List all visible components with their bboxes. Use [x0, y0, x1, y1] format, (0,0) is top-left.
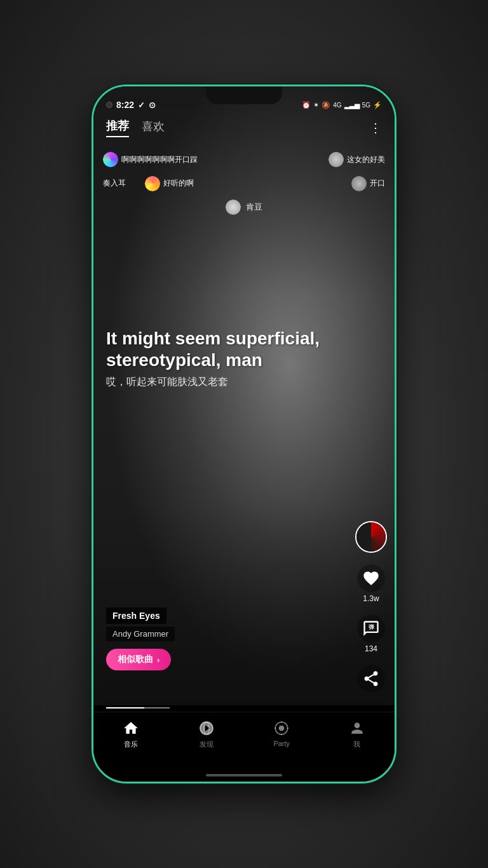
home-indicator — [206, 774, 282, 776]
song-item-2[interactable]: 这女的好美 — [329, 152, 385, 167]
svg-point-4 — [279, 726, 285, 731]
song-item-3[interactable]: 奏入耳 — [103, 178, 126, 189]
heart-icon — [357, 564, 385, 592]
action-comment[interactable]: 弹 134 — [357, 614, 385, 653]
planet-icon — [198, 720, 215, 736]
comment-icon: 弹 — [357, 614, 385, 642]
song-name-1: 啊啊啊啊啊啊啊开口踩 — [121, 154, 198, 165]
song-avatar-1 — [103, 152, 118, 167]
similar-songs-button[interactable]: 相似歌曲 › — [106, 649, 171, 670]
song-scroll-row2: 奏入耳 好听的啊 开口 — [93, 172, 395, 194]
svg-point-5 — [281, 721, 282, 722]
home-icon — [123, 720, 139, 736]
action-bar: 1.3w 弹 134 — [355, 521, 387, 693]
progress-fill — [106, 707, 144, 709]
comment-count: 134 — [365, 644, 377, 653]
chevron-right-icon: › — [157, 655, 159, 665]
like-count: 1.3w — [363, 594, 379, 603]
username: 肯豆 — [246, 201, 262, 213]
phone-frame: 8:22 ✓ ⊙ ⏰ ✶ 🔕 4G ▂▃▅ 5G ⚡ 推荐 喜欢 ⋮ — [92, 85, 396, 783]
bluetooth-icon: ✶ — [313, 101, 319, 109]
bottom-navigation: 音乐 发现 Party — [93, 712, 395, 782]
song-avatar-4 — [145, 176, 160, 191]
nav-party-label: Party — [273, 740, 290, 747]
nav-party[interactable]: Party — [273, 720, 290, 747]
share-icon — [357, 665, 385, 693]
alarm-icon: ⏰ — [302, 101, 311, 109]
svg-text:弹: 弹 — [369, 624, 375, 630]
similar-songs-label: 相似歌曲 — [118, 654, 153, 665]
signal-4g: 4G — [333, 102, 341, 109]
more-options-button[interactable]: ⋮ — [369, 120, 382, 135]
song-item-5[interactable]: 开口 — [351, 176, 385, 191]
power-button[interactable] — [395, 226, 396, 271]
artist-name: Andy Grammer — [106, 627, 175, 641]
song-name-4: 好听的啊 — [163, 178, 194, 189]
user-avatar — [226, 200, 241, 215]
song-item-1[interactable]: 啊啊啊啊啊啊啊开口踩 — [103, 152, 198, 167]
top-navigation: 推荐 喜欢 ⋮ — [93, 118, 395, 137]
nav-discover-label: 发现 — [200, 740, 214, 749]
action-like[interactable]: 1.3w — [357, 564, 385, 603]
camera-icon — [106, 102, 112, 108]
status-app-icon2: ⊙ — [149, 100, 156, 110]
nav-me-label: 我 — [353, 740, 360, 749]
tab-recommended[interactable]: 推荐 — [106, 118, 129, 137]
svg-point-6 — [281, 734, 282, 735]
party-icon — [273, 720, 290, 736]
song-avatar-2 — [329, 152, 344, 167]
song-avatar-5 — [351, 176, 367, 191]
signal-bars: ▂▃▅ — [344, 101, 360, 109]
lyric-english: It might seem superficial,stereotypical,… — [106, 328, 344, 370]
status-app-icon1: ✓ — [138, 100, 145, 110]
song-name-5: 开口 — [370, 178, 385, 189]
action-avatar-item[interactable] — [355, 521, 387, 553]
user-suggestion: 肯豆 — [93, 198, 395, 217]
song-title: Fresh Eyes — [106, 607, 166, 624]
nav-discover[interactable]: 发现 — [198, 720, 215, 749]
song-info-box: Fresh Eyes Andy Grammer 相似歌曲 › — [106, 607, 175, 670]
song-name-partial: 奏入耳 — [103, 178, 126, 189]
battery-icon: ⚡ — [373, 101, 382, 109]
screen: 8:22 ✓ ⊙ ⏰ ✶ 🔕 4G ▂▃▅ 5G ⚡ 推荐 喜欢 ⋮ — [93, 86, 395, 782]
person-icon — [349, 720, 365, 736]
nav-music[interactable]: 音乐 — [123, 720, 139, 749]
svg-point-8 — [287, 728, 288, 729]
song-name-2: 这女的好美 — [347, 154, 385, 165]
lyric-chinese: 哎，听起来可能肤浅又老套 — [106, 376, 344, 389]
song-scroll-row1: 啊啊啊啊啊啊啊开口踩 这女的好美 — [93, 147, 395, 172]
status-bar: 8:22 ✓ ⊙ ⏰ ✶ 🔕 4G ▂▃▅ 5G ⚡ — [93, 86, 395, 118]
song-item-4[interactable]: 好听的啊 — [145, 176, 194, 191]
tab-liked[interactable]: 喜欢 — [142, 119, 165, 137]
svg-point-7 — [274, 728, 276, 729]
action-share[interactable] — [357, 665, 385, 693]
profile-avatar — [355, 521, 387, 553]
progress-bar — [106, 707, 170, 709]
status-time: 8:22 — [116, 100, 134, 110]
nav-music-label: 音乐 — [124, 740, 138, 749]
lyrics-container: It might seem superficial,stereotypical,… — [106, 328, 344, 389]
signal-5g: 5G — [362, 102, 370, 109]
nav-me[interactable]: 我 — [349, 720, 365, 749]
mute-icon: 🔕 — [322, 101, 330, 109]
